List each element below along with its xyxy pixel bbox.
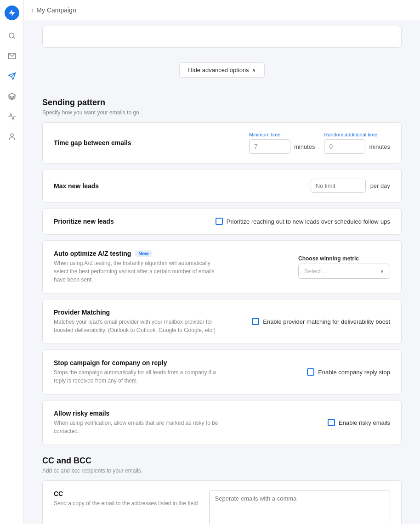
provider-matching-left: Provider Matching Matches your lead's em… <box>54 309 219 334</box>
main-content: ‹ My Campaign Hide advanced options ∧ Se… <box>24 0 420 524</box>
max-leads-row: Max new leads per day <box>54 179 390 193</box>
min-time-label: Minimum time <box>249 132 315 137</box>
svg-point-1 <box>9 33 14 38</box>
layers-icon[interactable] <box>4 88 20 105</box>
back-chevron-icon: ‹ <box>31 6 34 14</box>
prioritize-card: Prioritize new leads Prioritize reaching… <box>42 208 402 235</box>
campaign-title: My Campaign <box>36 6 76 14</box>
risky-emails-checkbox[interactable] <box>328 419 335 426</box>
stop-campaign-checkbox-label: Enable company reply stop <box>318 369 390 376</box>
prioritize-checkbox-label: Prioritize reaching out to new leads ove… <box>227 218 390 225</box>
risky-emails-checkbox-label: Enable risky emails <box>339 419 390 426</box>
hide-advanced-label: Hide advanced options <box>188 67 249 73</box>
cc-bcc-section: CC and BCC Add cc and bcc recipients to … <box>42 456 402 524</box>
max-leads-card: Max new leads per day <box>42 169 402 203</box>
az-header: Auto optimize A/Z testing New <box>54 250 219 257</box>
provider-matching-row: Provider Matching Matches your lead's em… <box>54 309 390 334</box>
prioritize-label: Prioritize new leads <box>54 218 114 225</box>
risky-emails-checkbox-row[interactable]: Enable risky emails <box>328 419 390 426</box>
provider-matching-card: Provider Matching Matches your lead's em… <box>42 299 402 344</box>
cc-bcc-subtitle: Add cc and bcc recipients to your emails… <box>42 468 402 474</box>
user-icon[interactable] <box>4 129 20 145</box>
provider-matching-checkbox-label: Enable provider matching for deliverabil… <box>263 318 390 325</box>
select-placeholder: Select... <box>304 268 326 275</box>
winning-metric-label: Choose winning metric <box>298 255 390 262</box>
az-desc: When using A/Z testing, the Instantly al… <box>54 259 219 284</box>
provider-matching-checkbox[interactable] <box>252 318 259 325</box>
stop-campaign-desc: Stops the campaign automatically for all… <box>54 368 219 385</box>
prioritize-checkbox-row[interactable]: Prioritize reaching out to new leads ove… <box>216 218 390 225</box>
random-time-unit: minutes <box>369 143 390 150</box>
max-leads-input-group: per day <box>311 179 390 193</box>
time-gap-label: Time gap between emails <box>54 139 131 146</box>
provider-matching-label: Provider Matching <box>54 309 219 316</box>
min-time-input-group: minutes <box>249 139 315 154</box>
stop-campaign-label: Stop campaign for company on reply <box>54 359 219 366</box>
min-time-unit: minutes <box>294 143 315 150</box>
risky-emails-row: Allow risky emails When using verificati… <box>54 410 390 435</box>
content-area: Hide advanced options ∧ Sending pattern … <box>24 20 420 524</box>
chart-icon[interactable] <box>4 108 20 125</box>
random-time-group: Random additional time minutes <box>324 132 390 154</box>
prioritize-row: Prioritize new leads Prioritize reaching… <box>54 218 390 225</box>
time-gap-left: Time gap between emails <box>54 139 131 146</box>
random-time-label: Random additional time <box>324 132 390 137</box>
az-right: Choose winning metric Select... ∨ <box>298 255 390 279</box>
sidebar <box>0 0 24 524</box>
stop-campaign-checkbox[interactable] <box>307 368 314 376</box>
topbar: ‹ My Campaign <box>24 0 420 20</box>
section-subtitle: Specify how you want your emails to go <box>42 109 402 116</box>
max-leads-label: Max new leads <box>54 182 99 190</box>
time-gap-row: Time gap between emails Minimum time min… <box>54 132 390 154</box>
prioritize-checkbox[interactable] <box>216 218 223 225</box>
chevron-down-icon: ∨ <box>380 268 384 274</box>
cc-bcc-title: CC and BCC <box>42 456 402 466</box>
send-icon[interactable] <box>4 68 20 85</box>
mail-icon[interactable] <box>4 48 20 64</box>
provider-matching-desc: Matches your lead's email provider with … <box>54 318 219 334</box>
new-badge: New <box>135 250 153 257</box>
max-leads-input[interactable] <box>311 179 366 193</box>
risky-emails-desc: When using verification, allow emails th… <box>54 419 219 435</box>
section-title: Sending pattern <box>42 98 402 107</box>
az-testing-card: Auto optimize A/Z testing New When using… <box>42 240 402 293</box>
time-gap-inputs: Minimum time minutes Random additional t… <box>249 132 390 154</box>
search-icon[interactable] <box>4 28 20 44</box>
cc-card: CC Send a copy of the email to the addre… <box>42 480 402 524</box>
top-card-stub <box>42 26 402 48</box>
az-testing-row: Auto optimize A/Z testing New When using… <box>54 250 390 284</box>
az-testing-left: Auto optimize A/Z testing New When using… <box>54 250 219 284</box>
stop-campaign-checkbox-row[interactable]: Enable company reply stop <box>307 368 390 376</box>
min-time-group: Minimum time minutes <box>249 132 315 154</box>
svg-line-2 <box>13 37 15 39</box>
cc-right <box>209 490 390 524</box>
chevron-up-icon: ∧ <box>252 67 256 73</box>
time-gap-card: Time gap between emails Minimum time min… <box>42 122 402 163</box>
cc-left: CC Send a copy of the email to the addre… <box>54 490 198 507</box>
stop-campaign-left: Stop campaign for company on reply Stops… <box>54 359 219 385</box>
stop-campaign-card: Stop campaign for company on reply Stops… <box>42 349 402 394</box>
sending-pattern-section: Sending pattern Specify how you want you… <box>42 98 402 445</box>
risky-emails-card: Allow risky emails When using verificati… <box>42 400 402 445</box>
svg-marker-0 <box>9 10 15 17</box>
random-time-input-group: minutes <box>324 139 390 154</box>
risky-emails-left: Allow risky emails When using verificati… <box>54 410 219 435</box>
back-button[interactable]: ‹ My Campaign <box>31 6 76 14</box>
random-time-input[interactable] <box>324 139 365 154</box>
cc-input[interactable] <box>209 490 390 524</box>
provider-matching-checkbox-row[interactable]: Enable provider matching for deliverabil… <box>252 318 390 325</box>
max-leads-unit: per day <box>370 182 390 189</box>
risky-emails-label: Allow risky emails <box>54 410 219 417</box>
min-time-input[interactable] <box>249 139 290 154</box>
az-label: Auto optimize A/Z testing <box>54 250 131 257</box>
app-logo <box>5 6 19 20</box>
winning-metric-select[interactable]: Select... ∨ <box>298 264 390 279</box>
cc-label: CC <box>54 490 198 497</box>
hide-advanced-button[interactable]: Hide advanced options ∧ <box>179 62 264 78</box>
svg-point-7 <box>11 134 13 136</box>
cc-desc: Send a copy of the email to the addresse… <box>54 499 198 507</box>
stop-campaign-row: Stop campaign for company on reply Stops… <box>54 359 390 385</box>
